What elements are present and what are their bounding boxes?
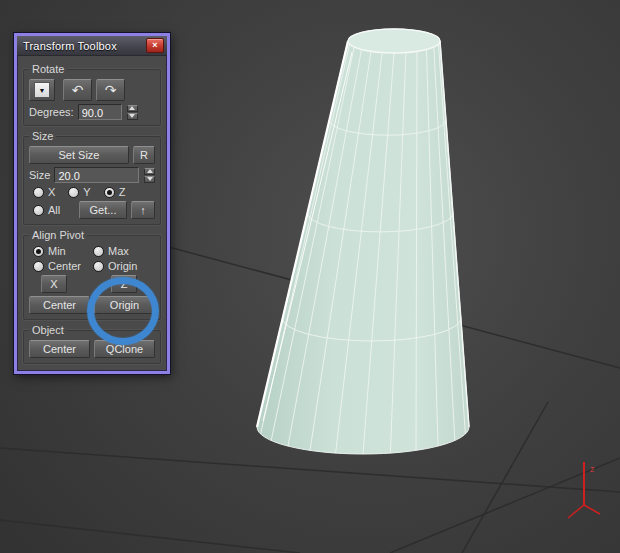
spinner-up-icon[interactable]	[144, 168, 155, 175]
axis-diagonal-right	[584, 505, 600, 514]
radio-z-circle	[104, 187, 115, 198]
object-group-label: Object	[29, 324, 67, 337]
cone-top-cap	[348, 29, 440, 53]
size-group-label: Size	[29, 130, 56, 143]
size-field[interactable]: 20.0	[54, 167, 139, 183]
radio-x[interactable]: X	[33, 186, 55, 198]
rotate-ccw-button[interactable]: ↶	[63, 79, 92, 101]
radio-y-circle	[68, 187, 79, 198]
radio-y[interactable]: Y	[68, 186, 90, 198]
size-label: Size	[29, 169, 50, 181]
size-group: Size Set Size R Size 20.0 X	[23, 136, 161, 225]
radio-all[interactable]: All	[33, 204, 60, 216]
cone-body	[257, 29, 469, 454]
radio-min[interactable]: Min	[33, 245, 89, 257]
set-size-row: Set Size R	[29, 146, 155, 164]
r-button[interactable]: R	[133, 146, 155, 164]
dialog-title: Transform Toolbox	[23, 40, 146, 52]
spinner-down-icon[interactable]	[127, 113, 138, 120]
pivot-center-button[interactable]: Center	[29, 296, 90, 314]
pivot-axis-buttons-row: X Z	[29, 275, 155, 293]
min-max-row: Min Max	[29, 245, 155, 257]
rotate-axis-dropdown[interactable]: ▼	[29, 79, 55, 101]
pivot-origin-button[interactable]: Origin	[94, 296, 155, 314]
size-spinner	[144, 168, 155, 183]
axis-z-label: z	[590, 464, 595, 474]
rotate-cw-icon: ↷	[105, 83, 117, 97]
object-buttons-row: Center QClone	[29, 340, 155, 358]
radio-min-label: Min	[48, 245, 66, 257]
spinner-down-icon[interactable]	[144, 176, 155, 183]
axis-diagonal-left	[568, 505, 584, 518]
degrees-label: Degrees:	[29, 106, 74, 118]
degrees-field[interactable]: 90.0	[78, 104, 122, 120]
align-pivot-group: Align Pivot Min Max Center	[23, 235, 161, 320]
rotate-group: Rotate ▼ ↶ ↷ Degrees: 9	[23, 69, 161, 126]
pivot-center-origin-row: Center Origin	[29, 296, 155, 314]
radio-min-circle	[33, 246, 44, 257]
axis-radio-row: X Y Z	[29, 186, 155, 198]
degrees-spinner	[127, 105, 138, 120]
radio-z[interactable]: Z	[104, 186, 126, 198]
radio-origin[interactable]: Origin	[93, 260, 137, 272]
radio-max-label: Max	[108, 245, 129, 257]
all-get-row: All Get... ↑	[29, 201, 155, 219]
cone-object[interactable]	[257, 29, 469, 454]
object-center-button[interactable]: Center	[29, 340, 90, 358]
radio-x-circle	[33, 187, 44, 198]
set-size-button[interactable]: Set Size	[29, 146, 129, 164]
radio-center[interactable]: Center	[33, 260, 89, 272]
align-pivot-group-label: Align Pivot	[29, 229, 87, 242]
radio-center-circle	[33, 261, 44, 272]
rotate-buttons-row: ▼ ↶ ↷	[29, 79, 155, 101]
chevron-down-icon: ▼	[39, 87, 46, 94]
qclone-button[interactable]: QClone	[94, 340, 155, 358]
transform-toolbox-dialog: Transform Toolbox × Rotate ▼ ↶	[14, 33, 170, 374]
close-icon: ×	[152, 41, 157, 50]
pivot-x-button[interactable]: X	[41, 275, 67, 293]
object-group: Object Center QClone	[23, 330, 161, 364]
pivot-z-button[interactable]: Z	[111, 275, 137, 293]
radio-max[interactable]: Max	[93, 245, 129, 257]
get-button[interactable]: Get...	[79, 201, 127, 219]
radio-center-label: Center	[48, 260, 81, 272]
radio-x-label: X	[48, 186, 55, 198]
dropdown-box: ▼	[34, 82, 50, 98]
radio-origin-circle	[93, 261, 104, 272]
radio-z-label: Z	[119, 186, 126, 198]
dialog-titlebar[interactable]: Transform Toolbox ×	[17, 36, 167, 56]
close-button[interactable]: ×	[146, 38, 164, 53]
screenshot-root: z Transform Toolbox × Rotate ▼	[0, 0, 620, 553]
rotate-cw-button[interactable]: ↷	[96, 79, 125, 101]
radio-all-label: All	[48, 204, 60, 216]
radio-y-label: Y	[83, 186, 90, 198]
size-value-row: Size 20.0	[29, 167, 155, 183]
dialog-body: Rotate ▼ ↶ ↷ Degrees: 9	[17, 56, 167, 371]
rotate-ccw-icon: ↶	[72, 83, 84, 97]
radio-origin-label: Origin	[108, 260, 137, 272]
pick-up-button[interactable]: ↑	[131, 201, 155, 219]
rotate-group-label: Rotate	[29, 63, 67, 76]
center-origin-radio-row: Center Origin	[29, 260, 155, 272]
radio-max-circle	[93, 246, 104, 257]
radio-all-circle	[33, 205, 44, 216]
degrees-row: Degrees: 90.0	[29, 104, 155, 120]
spinner-up-icon[interactable]	[127, 105, 138, 112]
